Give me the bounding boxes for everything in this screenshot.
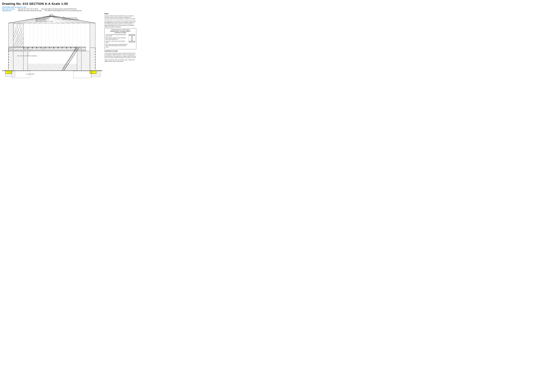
main-beam-row: Main living room beam Span 6.6m 254 x 25… xyxy=(2,8,136,10)
svg-text:150mm min end bearings: 150mm min end bearings xyxy=(35,19,46,21)
ridge-beam-note: Ridge beam 178 x 102 x19 UB xyxy=(35,18,48,19)
svg-line-101 xyxy=(13,39,18,47)
svg-line-48 xyxy=(18,16,51,23)
svg-rect-153 xyxy=(75,47,75,48)
svg-rect-129 xyxy=(8,59,9,60)
fire-box-notes: 25 x 25mm angle fixed using proprietary … xyxy=(105,34,128,48)
svg-line-99 xyxy=(13,31,21,47)
svg-rect-133 xyxy=(95,49,96,49)
trenchfill-note: 1.2m deep trenchfill xyxy=(26,74,34,75)
fire-note-1: 25 x 25mm angle fixed using proprietary … xyxy=(105,34,128,37)
svg-rect-110 xyxy=(13,51,23,71)
svg-rect-149 xyxy=(58,47,58,48)
svg-rect-130 xyxy=(8,62,9,63)
supporting-piers-row: Supporting piers Solid block pier using … xyxy=(2,10,136,11)
svg-rect-140 xyxy=(95,68,96,68)
main-beam-value2: 8mm plate welded to top flange with 6mm … xyxy=(42,8,76,10)
beams-section-title: BEAMS xyxy=(104,13,136,15)
svg-rect-120 xyxy=(50,15,53,16)
svg-line-97 xyxy=(19,24,23,40)
beams-para2: New steel beams to be encased in 12.5mm … xyxy=(104,20,136,28)
fire-note-2: Board screwed to angles at 150mm centres… xyxy=(105,37,128,40)
svg-rect-145 xyxy=(41,47,41,48)
svg-rect-111 xyxy=(81,51,90,71)
fire-box-content: 25 x 25mm angle fixed using proprietary … xyxy=(105,34,135,48)
technical-drawing: Ridge beam 178 x 102 x19 UB 150mm min en… xyxy=(2,12,103,81)
svg-rect-131 xyxy=(8,65,9,65)
svg-rect-125 xyxy=(8,49,9,49)
m12-note: M12 bolts & 50mm structural timber xyxy=(62,17,77,18)
svg-rect-127 xyxy=(8,54,9,55)
svg-rect-158 xyxy=(131,35,132,41)
svg-rect-150 xyxy=(62,47,62,48)
svg-rect-128 xyxy=(8,57,9,57)
svg-rect-141 xyxy=(24,47,24,48)
svg-rect-148 xyxy=(54,47,54,48)
svg-rect-144 xyxy=(36,47,37,48)
svg-rect-135 xyxy=(95,54,96,55)
svg-text:connectors to rafters/ceiling : connectors to rafters/ceiling joist fixi… xyxy=(62,19,79,20)
svg-rect-25 xyxy=(8,50,86,51)
svg-rect-146 xyxy=(45,47,45,48)
svg-rect-152 xyxy=(71,47,71,48)
svg-rect-151 xyxy=(66,47,67,48)
supporting-piers-value2: 430 x 300mm (mortar designation III) Top… xyxy=(45,10,81,11)
svg-rect-138 xyxy=(95,62,96,63)
svg-line-107 xyxy=(16,33,23,47)
svg-rect-117 xyxy=(91,71,100,77)
svg-line-109 xyxy=(19,42,23,47)
i-beam-diagram xyxy=(129,34,135,48)
main-beam-value1: Span 6.6m 254 x 254 x 107 UC (S275) xyxy=(18,8,38,10)
svg-rect-24 xyxy=(8,47,86,47)
svg-rect-157 xyxy=(129,35,135,35)
right-panel: BEAMS Supply and install new structural … xyxy=(103,12,136,81)
svg-text:Engineering brick padstone:  2: Engineering brick padstone: 215 x 100mm xyxy=(35,21,53,22)
svg-rect-159 xyxy=(129,41,135,42)
drawing-title: Drawing No. 015 SECTION A-A Scale 1:50 xyxy=(2,2,136,6)
beams-para1: Supply and install new structural elemen… xyxy=(104,15,136,20)
svg-rect-126 xyxy=(8,51,9,52)
supporting-piers-label: Supporting piers xyxy=(2,10,18,11)
svg-rect-115 xyxy=(6,71,15,77)
content-area: Ridge beam 178 x 102 x19 UB 150mm min en… xyxy=(2,12,136,81)
strapping-para2: Straps to be built into walls. Provide 3… xyxy=(104,59,136,62)
svg-rect-134 xyxy=(95,51,96,52)
svg-rect-143 xyxy=(32,47,33,48)
svg-rect-15 xyxy=(8,23,13,48)
fire-protection-box: FIRE PROTECTION OF STEEL BEAM (Knauf fir… xyxy=(104,28,136,49)
svg-rect-119 xyxy=(73,71,92,78)
svg-rect-147 xyxy=(49,47,50,48)
structural-data-section: STRUCTURAL DATA see engineer's calcs Mai… xyxy=(2,7,136,11)
drawing-area: Ridge beam 178 x 102 x19 UB 150mm min en… xyxy=(2,12,103,81)
svg-rect-142 xyxy=(28,47,28,48)
floor-beam-note: 254 x 254 x 107 UC min 150mm end bearing… xyxy=(17,55,37,56)
page: Drawing No. 015 SECTION A-A Scale 1:50 S… xyxy=(0,0,138,98)
svg-rect-16 xyxy=(90,48,95,71)
svg-rect-75 xyxy=(13,24,90,47)
svg-rect-132 xyxy=(8,68,9,68)
svg-rect-17 xyxy=(90,23,95,48)
main-beam-label: Main living room beam xyxy=(2,8,18,10)
svg-rect-136 xyxy=(95,57,96,57)
structural-data-header: STRUCTURAL DATA see engineer's calcs xyxy=(2,7,136,8)
strapping-section-title: STRAPPING OF FLOORS xyxy=(104,50,136,52)
supporting-piers-value1: Solid block pier using 7N blocks laid ve… xyxy=(18,10,42,11)
fire-note-3: Board fixed to vertical boards using pro… xyxy=(105,41,128,43)
svg-rect-121 xyxy=(51,14,52,15)
svg-rect-139 xyxy=(95,65,96,65)
svg-rect-112 xyxy=(28,64,77,71)
fire-note-4: NOTE: 100mm board cut offs to be fitted … xyxy=(105,44,128,48)
svg-line-122 xyxy=(43,15,50,18)
svg-line-100 xyxy=(13,35,20,47)
fire-box-title: FIRE PROTECTION OF STEEL BEAM (Knauf fir… xyxy=(105,29,135,33)
strapping-para1: Provide lateral restraint where joists r… xyxy=(104,52,136,58)
svg-rect-137 xyxy=(95,59,96,60)
